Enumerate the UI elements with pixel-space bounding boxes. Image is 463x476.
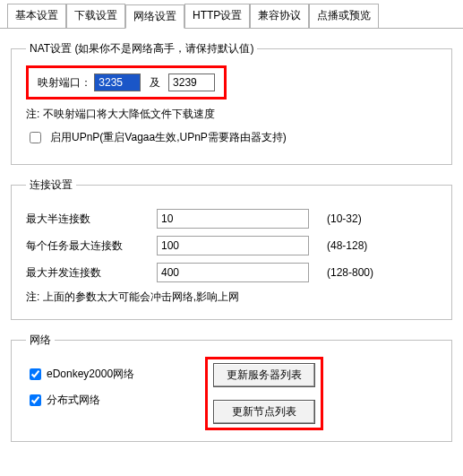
distributed-label: 分布式网络 (47, 393, 181, 408)
upnp-label: 启用UPnP(重启Vagaa生效,UPnP需要路由器支持) (50, 130, 287, 145)
conn-legend: 连接设置 (26, 177, 76, 193)
half-range: (10-32) (327, 212, 362, 225)
port2-input[interactable] (168, 74, 215, 91)
net-legend: 网络 (26, 333, 55, 348)
update-buttons-highlight: 更新服务器列表 更新节点列表 (205, 357, 323, 430)
net-group: 网络 eDonkey2000网络 分布式网络 更新服务器列表 更新节点列表 (11, 333, 452, 442)
update-servers-button[interactable]: 更新服务器列表 (213, 363, 315, 387)
concurrent-range: (128-800) (327, 266, 373, 279)
tab-http[interactable]: HTTP设置 (184, 4, 250, 28)
tab-vod[interactable]: 点播或预览 (309, 4, 379, 28)
pertask-label: 每个任务最大连接数 (26, 238, 151, 254)
tab-download[interactable]: 下载设置 (66, 4, 125, 28)
port-label: 映射端口： (38, 76, 91, 89)
upnp-checkbox[interactable] (30, 132, 41, 143)
update-nodes-button[interactable]: 更新节点列表 (213, 400, 315, 424)
nat-legend: NAT设置 (如果你不是网络高手，请保持默认值) (26, 41, 257, 56)
tab-content: NAT设置 (如果你不是网络高手，请保持默认值) 映射端口： 及 注: 不映射端… (0, 29, 463, 462)
port-highlight: 映射端口： 及 (26, 65, 227, 100)
concurrent-label: 最大并发连接数 (26, 265, 151, 281)
tab-basic[interactable]: 基本设置 (7, 4, 66, 28)
conn-note: 注: 上面的参数太大可能会冲击网络,影响上网 (26, 290, 437, 305)
half-label: 最大半连接数 (26, 212, 151, 227)
half-input[interactable] (157, 209, 309, 229)
port1-input[interactable] (94, 74, 141, 91)
pertask-range: (48-128) (327, 239, 367, 252)
tab-network[interactable]: 网络设置 (125, 4, 184, 29)
settings-tabs: 基本设置 下载设置 网络设置 HTTP设置 兼容协议 点播或预览 (0, 0, 463, 29)
distributed-checkbox[interactable] (30, 394, 41, 406)
port-and: 及 (150, 76, 160, 89)
conn-group: 连接设置 最大半连接数 (10-32) 每个任务最大连接数 (48-128) 最… (11, 177, 452, 320)
nat-group: NAT设置 (如果你不是网络高手，请保持默认值) 映射端口： 及 注: 不映射端… (11, 41, 452, 165)
nat-note: 注: 不映射端口将大大降低文件下载速度 (26, 107, 437, 122)
tab-compat[interactable]: 兼容协议 (250, 4, 309, 28)
edonkey-checkbox[interactable] (30, 368, 41, 380)
pertask-input[interactable] (157, 236, 309, 255)
concurrent-input[interactable] (157, 263, 309, 282)
edonkey-label: eDonkey2000网络 (47, 367, 181, 382)
